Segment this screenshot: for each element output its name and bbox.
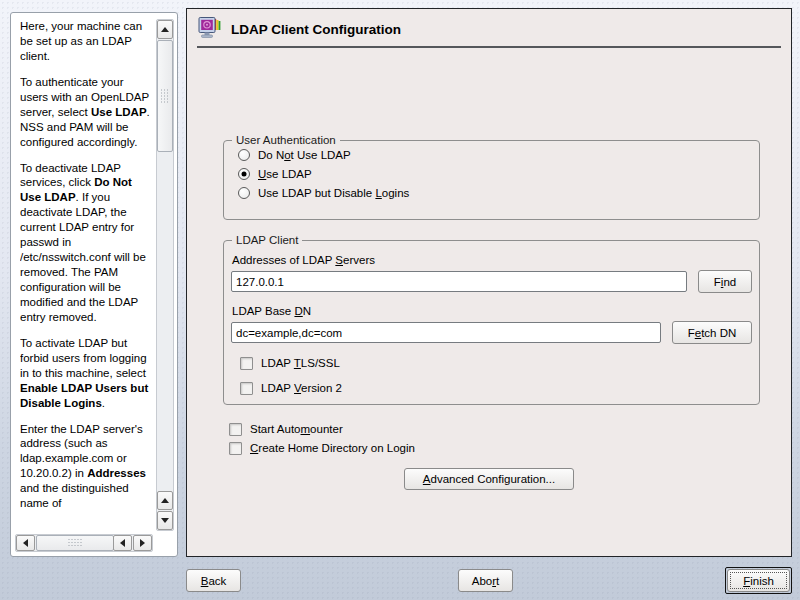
- page-title: LDAP Client Configuration: [231, 22, 401, 37]
- ldap-client-group: LDAP Client Addresses of LDAP Servers Fi…: [223, 234, 760, 405]
- ldap-computer-icon: [198, 16, 221, 43]
- arrow-left-icon: [23, 539, 28, 547]
- radio-use-ldap[interactable]: Use LDAP: [238, 167, 753, 181]
- yast-window: Here, your machine can be set up as an L…: [0, 0, 800, 600]
- checkbox-label: Start Automounter: [250, 423, 343, 435]
- horizontal-scroll-thumb[interactable]: [36, 535, 114, 551]
- ldap-servers-label: Addresses of LDAP Servers: [232, 254, 753, 266]
- checkbox-start-automounter[interactable]: Start Automounter: [229, 421, 343, 437]
- scroll-up-button-bottom[interactable]: [157, 491, 173, 510]
- checkbox-create-home-directory[interactable]: Create Home Directory on Login: [229, 440, 415, 456]
- scroll-left-button-right[interactable]: [113, 535, 132, 551]
- ldap-client-legend: LDAP Client: [232, 234, 302, 246]
- checkbox-icon: [240, 382, 253, 395]
- abort-button[interactable]: Abort: [458, 569, 513, 592]
- ldap-basedn-label: LDAP Base DN: [232, 305, 753, 317]
- checkbox-label: LDAP TLS/SSL: [261, 357, 340, 369]
- scroll-grip-icon: [160, 89, 170, 104]
- horizontal-scrollbar[interactable]: [15, 534, 153, 552]
- arrow-down-icon: [161, 518, 169, 523]
- arrow-up-icon: [161, 498, 169, 503]
- checkbox-icon: [229, 423, 242, 436]
- scroll-right-button[interactable]: [133, 535, 152, 551]
- radio-button-icon: [238, 149, 250, 161]
- checkbox-ldap-tls-ssl[interactable]: LDAP TLS/SSL: [240, 355, 753, 371]
- ldap-servers-input[interactable]: [231, 271, 687, 292]
- title-separator: [197, 46, 781, 48]
- scroll-grip-icon: [68, 538, 83, 548]
- checkbox-icon: [240, 357, 253, 370]
- find-button[interactable]: Find: [698, 270, 752, 293]
- ldap-basedn-row: Fetch DN: [231, 321, 752, 344]
- advanced-configuration-button[interactable]: Advanced Configuration...: [404, 468, 574, 490]
- finish-button-default-frame: Finish: [725, 567, 792, 594]
- radio-button-icon: [238, 187, 250, 199]
- back-button[interactable]: Back: [186, 569, 241, 592]
- ldap-servers-row: Find: [231, 270, 752, 293]
- help-text: Here, your machine can be set up as an L…: [20, 19, 152, 529]
- arrow-up-icon: [161, 27, 169, 32]
- vertical-scroll-thumb[interactable]: [157, 40, 173, 152]
- user-authentication-group: User Authentication Do Not Use LDAP Use …: [223, 134, 760, 220]
- page-header: LDAP Client Configuration: [198, 14, 401, 44]
- radio-do-not-use-ldap[interactable]: Do Not Use LDAP: [238, 148, 753, 162]
- checkbox-label: Create Home Directory on Login: [250, 442, 415, 454]
- radio-label: Use LDAP: [258, 168, 312, 180]
- fetch-dn-button[interactable]: Fetch DN: [672, 321, 752, 344]
- scroll-up-button[interactable]: [157, 20, 173, 39]
- finish-button[interactable]: Finish: [727, 569, 790, 592]
- radio-button-icon: [238, 168, 250, 180]
- scroll-down-button[interactable]: [157, 511, 173, 530]
- checkbox-ldap-version-2[interactable]: LDAP Version 2: [240, 380, 753, 396]
- scroll-left-button[interactable]: [16, 535, 35, 551]
- checkbox-label: LDAP Version 2: [261, 382, 342, 394]
- radio-label: Do Not Use LDAP: [258, 149, 351, 161]
- radio-label: Use LDAP but Disable Logins: [258, 187, 409, 199]
- arrow-right-icon: [140, 539, 145, 547]
- arrow-left-icon: [120, 539, 125, 547]
- main-panel: LDAP Client Configuration User Authentic…: [186, 8, 792, 557]
- checkbox-icon: [229, 442, 242, 455]
- help-panel: Here, your machine can be set up as an L…: [10, 12, 178, 557]
- user-authentication-legend: User Authentication: [232, 134, 340, 146]
- vertical-scrollbar[interactable]: [156, 19, 174, 531]
- radio-use-ldap-disable-logins[interactable]: Use LDAP but Disable Logins: [238, 186, 753, 200]
- ldap-basedn-input[interactable]: [231, 322, 661, 343]
